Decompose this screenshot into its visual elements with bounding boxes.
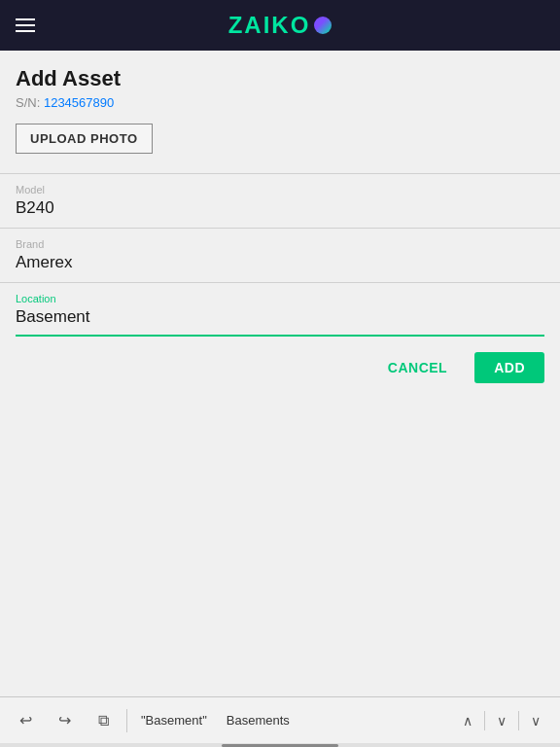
- page-title: Add Asset: [16, 66, 544, 91]
- home-indicator: [222, 744, 338, 747]
- serial-number-row: S/N: 1234567890: [16, 95, 544, 110]
- toolbar-arrow-group: ∧ ∨ ∨: [451, 703, 552, 738]
- logo-text: ZAIKO: [228, 12, 311, 39]
- arrow-down-icon: ∨: [497, 713, 507, 729]
- location-field-group[interactable]: Location: [0, 283, 560, 337]
- brand-label: Brand: [16, 238, 544, 250]
- app-logo: ZAIKO: [228, 12, 332, 39]
- redo-icon: ↪: [58, 711, 71, 729]
- toolbar-divider-1: [126, 709, 127, 732]
- toolbar-text-main: Basements: [219, 709, 298, 731]
- model-value: B240: [16, 198, 544, 228]
- undo-button[interactable]: ↩: [8, 703, 43, 738]
- arrow-up-button[interactable]: ∧: [451, 703, 484, 738]
- bottom-toolbar: ↩ ↪ ⧉ "Basement" Basements ∧ ∨ ∨: [0, 696, 560, 743]
- copy-button[interactable]: ⧉: [86, 703, 121, 738]
- location-input[interactable]: [16, 307, 544, 337]
- arrow-up-icon: ∧: [463, 713, 472, 729]
- serial-label: S/N:: [16, 95, 40, 110]
- main-content: Add Asset S/N: 1234567890 UPLOAD PHOTO M…: [0, 51, 560, 696]
- brand-value: Amerex: [16, 253, 544, 282]
- undo-icon: ↩: [19, 711, 32, 729]
- logo-dot-icon: [314, 17, 332, 34]
- toolbar-text-quoted: "Basement": [133, 709, 215, 731]
- action-row: CANCEL ADD: [16, 337, 544, 391]
- arrow-down-button[interactable]: ∨: [485, 703, 518, 738]
- location-label: Location: [16, 293, 544, 304]
- expand-icon: ∨: [531, 713, 541, 729]
- hamburger-menu-button[interactable]: [16, 18, 35, 32]
- model-field-group: Model B240: [0, 174, 560, 229]
- upload-photo-button[interactable]: UPLOAD PHOTO: [16, 124, 153, 154]
- app-header: ZAIKO: [0, 0, 560, 51]
- bottom-bar: [0, 743, 560, 747]
- add-button[interactable]: ADD: [474, 352, 544, 383]
- model-label: Model: [16, 184, 544, 196]
- serial-value-link[interactable]: 1234567890: [44, 95, 114, 110]
- cancel-button[interactable]: CANCEL: [376, 352, 459, 383]
- redo-button[interactable]: ↪: [47, 703, 82, 738]
- expand-button[interactable]: ∨: [519, 703, 552, 738]
- brand-field-group: Brand Amerex: [0, 229, 560, 283]
- copy-icon: ⧉: [98, 712, 109, 729]
